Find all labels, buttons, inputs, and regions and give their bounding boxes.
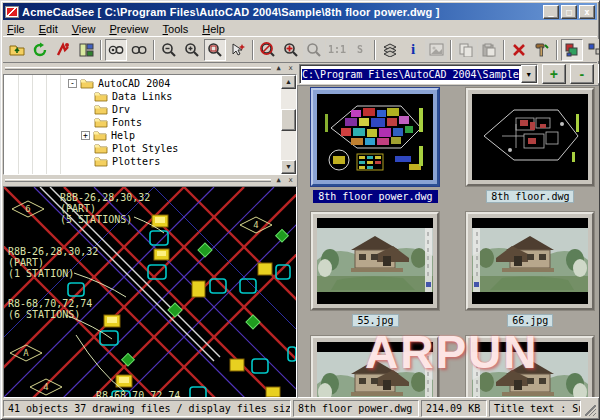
menu-view[interactable]: View <box>72 23 96 35</box>
thumbnail-label[interactable]: 66.jpg <box>507 314 553 327</box>
zoom-box-button[interactable] <box>204 39 226 61</box>
thumbnail-66-jpg[interactable]: 66.jpg <box>455 212 600 336</box>
thumbnail-55-jpg[interactable]: 55.jpg <box>300 212 451 336</box>
menu-tools[interactable]: Tools <box>163 23 189 35</box>
menu-help[interactable]: Help <box>202 23 225 35</box>
toolbar-separator <box>556 40 558 60</box>
panel-grip[interactable] <box>5 179 271 182</box>
tile-panels-button[interactable] <box>75 39 97 61</box>
menu-preview[interactable]: Preview <box>109 23 148 35</box>
layers-button[interactable] <box>379 39 401 61</box>
panel-close-icon[interactable]: x <box>286 65 295 73</box>
tree-item-fonts[interactable]: Fonts <box>4 116 281 129</box>
scroll-track[interactable] <box>281 89 296 160</box>
svg-text:(PART): (PART) <box>8 257 44 268</box>
stretch-button[interactable]: S <box>349 39 371 61</box>
zoom-pointer-button[interactable] <box>227 39 249 61</box>
refresh-button[interactable] <box>29 39 51 61</box>
minimize-button[interactable]: _ <box>543 5 559 19</box>
app-icon <box>5 6 19 18</box>
toolbar-separator <box>503 40 505 60</box>
tree-item-plotters[interactable]: Plotters <box>4 155 281 168</box>
cad-preview-panel[interactable]: 6 4 A 4 R8B-26,28,30,32 (PART) (5 STATIO… <box>3 186 297 398</box>
remove-folder-button[interactable]: - <box>570 64 594 84</box>
eye-preview-button[interactable] <box>105 39 127 61</box>
status-filesize: 214.09 KB <box>421 400 487 417</box>
photo-thumbnail-image <box>472 342 588 397</box>
thumbnail-grid: 8th floor power.dwg 8th floor.dwg 55.jpg… <box>298 86 600 397</box>
path-combobox[interactable]: C:\Program Files\AutoCAD 2004\Sample ▼ <box>299 64 538 84</box>
tree-panel-header[interactable]: ▲ x <box>3 64 297 73</box>
copy-button[interactable] <box>455 39 477 61</box>
preview-panel-header[interactable]: ▲ x <box>3 176 297 185</box>
svg-text:R8B-26,28,30,32: R8B-26,28,30,32 <box>8 246 98 257</box>
close-button[interactable]: x <box>579 5 595 19</box>
thumbnail-panel: 8th floor power.dwg 8th floor.dwg 55.jpg… <box>297 85 600 398</box>
thumbnail-8th-floor[interactable]: 8th floor.dwg <box>455 88 600 212</box>
tree-scrollbar[interactable]: ▲ ▼ <box>281 75 296 174</box>
tree-item-plot-styles[interactable]: Plot Styles <box>4 142 281 155</box>
panel-close-icon[interactable]: x <box>286 177 295 185</box>
view-thumbs-button[interactable] <box>561 39 583 61</box>
resize-grip[interactable] <box>583 400 597 417</box>
menu-file[interactable]: File <box>7 23 25 35</box>
zoom-add-button[interactable] <box>280 39 302 61</box>
photo-thumbnail-image <box>317 218 433 304</box>
thumbnail-label[interactable]: 55.jpg <box>352 314 398 327</box>
scroll-thumb[interactable] <box>281 109 296 131</box>
tree-expander-icon[interactable]: + <box>81 131 90 140</box>
svg-text:(PART): (PART) <box>60 203 96 214</box>
dwg-thumbnail-image <box>317 94 433 180</box>
actual-size-button[interactable]: 1:1 <box>326 39 348 61</box>
view-small-button[interactable] <box>584 39 600 61</box>
panel-grip[interactable] <box>5 67 271 70</box>
menu-edit[interactable]: Edit <box>39 23 58 35</box>
thumbnail-label[interactable]: 8th floor.dwg <box>486 190 574 203</box>
image-props-button[interactable] <box>425 39 447 61</box>
svg-text:4: 4 <box>253 220 258 230</box>
folder-icon <box>94 156 108 167</box>
tree-item-help[interactable]: + Help <box>4 129 281 142</box>
folder-icon <box>94 143 108 154</box>
combo-dropdown-icon[interactable]: ▼ <box>521 65 537 83</box>
toolbar: 1:1 S i <box>3 36 597 63</box>
toolbar-separator <box>153 40 155 60</box>
tree-item-autocad-2004[interactable]: - AutoCAD 2004 <box>4 77 281 90</box>
maximize-button[interactable]: □ <box>561 5 577 19</box>
status-bar: 41 objects 37 drawing files / display fi… <box>3 398 597 417</box>
tree-item-drv[interactable]: Drv <box>4 103 281 116</box>
tools-button[interactable] <box>531 39 553 61</box>
cad-drawing: 6 4 A 4 R8B-26,28,30,32 (PART) (5 STATIO… <box>4 187 296 398</box>
svg-text:(1 STATION): (1 STATION) <box>8 268 74 279</box>
panel-collapse-icon[interactable]: ▲ <box>274 65 283 73</box>
acdsee-red-button[interactable] <box>52 39 74 61</box>
zoom-in-button[interactable] <box>181 39 203 61</box>
zoom-gray-button[interactable] <box>303 39 325 61</box>
svg-text:6: 6 <box>25 204 30 214</box>
tree-item-data-links[interactable]: Data Links <box>4 90 281 103</box>
delete-button[interactable] <box>508 39 530 61</box>
scroll-down-icon[interactable]: ▼ <box>281 160 296 174</box>
zoom-out-button[interactable] <box>158 39 180 61</box>
thumbnail-8th-floor-power[interactable]: 8th floor power.dwg <box>300 88 451 212</box>
thumbnail-label[interactable]: 8th floor power.dwg <box>313 190 437 203</box>
paste-button[interactable] <box>478 39 500 61</box>
zoom-off-button[interactable] <box>257 39 279 61</box>
thumbnail-row3-left[interactable] <box>300 336 451 397</box>
up-folder-button[interactable] <box>6 39 28 61</box>
add-folder-button[interactable]: + <box>542 64 566 84</box>
scroll-up-icon[interactable]: ▲ <box>281 75 296 89</box>
path-value[interactable]: C:\Program Files\AutoCAD 2004\Sample <box>302 69 519 80</box>
tree-expander-icon[interactable]: - <box>68 79 77 88</box>
info-button[interactable]: i <box>402 39 424 61</box>
thumbnail-row3-right[interactable] <box>455 336 600 397</box>
address-bar: C:\Program Files\AutoCAD 2004\Sample ▼ +… <box>297 63 600 85</box>
panel-collapse-icon[interactable]: ▲ <box>274 177 283 185</box>
folder-icon <box>94 104 108 115</box>
toolbar-separator <box>100 40 102 60</box>
eye-browse-button[interactable] <box>128 39 150 61</box>
right-column: C:\Program Files\AutoCAD 2004\Sample ▼ +… <box>297 63 600 398</box>
title-bar[interactable]: AcmeCadSee [ C:\Program Files\AutoCAD 20… <box>3 3 597 20</box>
folder-tree-panel: - AutoCAD 2004 Data Links Drv Font <box>3 74 297 175</box>
folder-tree: - AutoCAD 2004 Data Links Drv Font <box>4 75 281 174</box>
